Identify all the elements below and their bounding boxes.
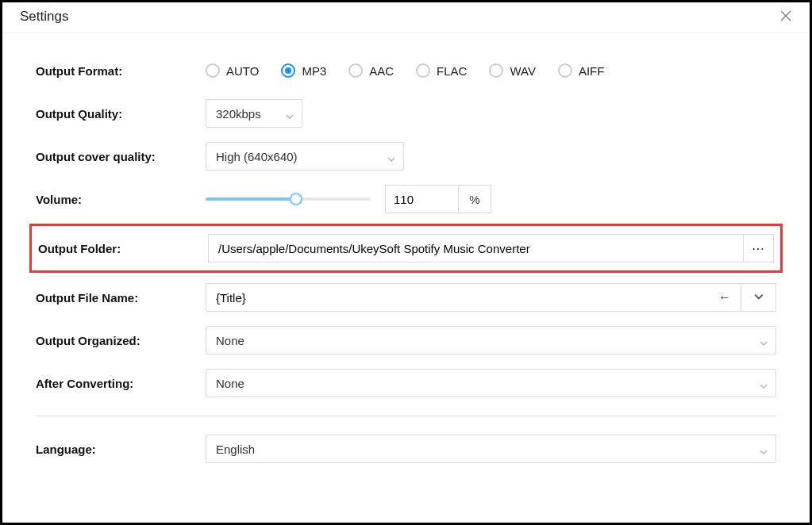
- row-output-organized: Output Organized: None: [36, 319, 776, 362]
- output-quality-select[interactable]: 320kbps: [206, 99, 302, 128]
- row-output-file-name: Output File Name: {Title} ←: [36, 276, 776, 319]
- row-volume: Volume: %: [36, 178, 776, 220]
- settings-content: Output Format: AUTOMP3AACFLACWAVAIFF Out…: [2, 33, 810, 470]
- arrow-left-icon: ←: [718, 290, 731, 305]
- settings-title: Settings: [20, 9, 68, 25]
- radio-icon: [416, 63, 430, 78]
- output-cover-quality-select[interactable]: High (640x640): [206, 142, 404, 171]
- volume-unit: %: [458, 185, 491, 213]
- format-radio-flac[interactable]: FLAC: [416, 63, 467, 78]
- format-radio-label: WAV: [510, 64, 536, 78]
- label-output-organized: Output Organized:: [36, 334, 206, 347]
- after-converting-select[interactable]: None: [206, 369, 776, 397]
- format-radio-label: AAC: [369, 64, 394, 78]
- slider-fill: [206, 197, 296, 201]
- language-value: English: [216, 443, 255, 456]
- section-divider: [36, 416, 776, 416]
- row-output-cover-quality: Output cover quality: High (640x640): [36, 135, 776, 178]
- format-radio-label: MP3: [302, 64, 326, 78]
- output-format-radio-group: AUTOMP3AACFLACWAVAIFF: [206, 63, 604, 78]
- label-output-file-name: Output File Name:: [36, 291, 206, 305]
- format-radio-wav[interactable]: WAV: [489, 63, 536, 78]
- output-file-name-dropdown-button[interactable]: [741, 283, 776, 312]
- volume-slider[interactable]: [206, 192, 371, 206]
- label-output-format: Output Format:: [36, 64, 206, 78]
- output-organized-select[interactable]: None: [206, 326, 776, 354]
- label-output-folder: Output Folder:: [38, 242, 208, 255]
- format-radio-aiff[interactable]: AIFF: [558, 63, 605, 78]
- format-radio-label: AIFF: [579, 64, 605, 78]
- chevron-down-icon: [754, 290, 764, 305]
- browse-folder-button[interactable]: ⋯: [744, 234, 774, 262]
- radio-icon: [489, 63, 503, 78]
- chevron-down-icon: [760, 336, 768, 344]
- row-output-format: Output Format: AUTOMP3AACFLACWAVAIFF: [36, 49, 776, 92]
- label-output-quality: Output Quality:: [36, 107, 206, 121]
- more-icon: ⋯: [752, 241, 765, 256]
- output-cover-quality-value: High (640x640): [216, 150, 298, 163]
- settings-header: Settings: [2, 2, 810, 33]
- format-radio-auto[interactable]: AUTO: [206, 63, 259, 78]
- row-output-quality: Output Quality: 320kbps: [36, 92, 776, 135]
- chevron-down-icon: [387, 152, 395, 160]
- row-output-folder: Output Folder: ⋯: [29, 224, 783, 273]
- format-radio-label: AUTO: [226, 64, 259, 78]
- output-file-name-input[interactable]: {Title} ←: [206, 283, 741, 312]
- output-folder-input[interactable]: [208, 234, 744, 262]
- output-file-name-value: {Title}: [216, 291, 246, 305]
- format-radio-aac[interactable]: AAC: [348, 63, 394, 78]
- after-converting-value: None: [216, 377, 244, 390]
- output-quality-value: 320kbps: [216, 107, 261, 121]
- language-select[interactable]: English: [206, 435, 776, 463]
- chevron-down-icon: [760, 445, 768, 453]
- label-output-cover-quality: Output cover quality:: [36, 150, 206, 163]
- radio-icon: [206, 63, 220, 78]
- label-volume: Volume:: [36, 193, 206, 206]
- row-language: Language: English: [36, 427, 776, 470]
- radio-icon: [281, 63, 295, 78]
- label-after-converting: After Converting:: [36, 377, 206, 390]
- output-organized-value: None: [216, 334, 244, 347]
- chevron-down-icon: [286, 109, 294, 117]
- close-icon[interactable]: [779, 9, 792, 25]
- volume-input[interactable]: [385, 185, 458, 213]
- row-after-converting: After Converting: None: [36, 362, 776, 404]
- chevron-down-icon: [760, 379, 768, 387]
- label-language: Language:: [36, 443, 206, 456]
- slider-thumb[interactable]: [290, 193, 302, 205]
- radio-icon: [558, 63, 572, 78]
- format-radio-label: FLAC: [437, 64, 467, 78]
- format-radio-mp3[interactable]: MP3: [281, 63, 326, 78]
- radio-icon: [348, 63, 363, 78]
